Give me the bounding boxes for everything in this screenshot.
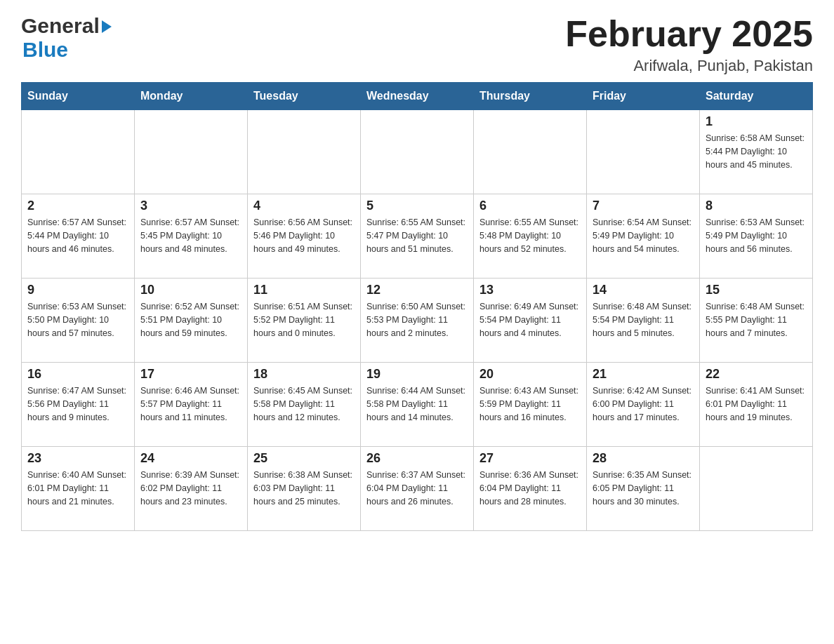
day-info: Sunrise: 6:44 AM Sunset: 5:58 PM Dayligh… bbox=[366, 384, 468, 424]
day-cell bbox=[248, 110, 361, 194]
day-number: 26 bbox=[366, 451, 468, 466]
day-info: Sunrise: 6:36 AM Sunset: 6:04 PM Dayligh… bbox=[479, 469, 581, 508]
day-info: Sunrise: 6:35 AM Sunset: 6:05 PM Dayligh… bbox=[593, 469, 694, 508]
title-block: February 2025 Arifwala, Punjab, Pakistan bbox=[565, 14, 813, 75]
day-number: 1 bbox=[706, 114, 807, 129]
page-header: General Blue February 2025 Arifwala, Pun… bbox=[21, 14, 813, 75]
day-number: 20 bbox=[479, 367, 581, 382]
day-info: Sunrise: 6:54 AM Sunset: 5:49 PM Dayligh… bbox=[593, 216, 694, 255]
day-number: 4 bbox=[253, 199, 355, 213]
day-info: Sunrise: 6:55 AM Sunset: 5:48 PM Dayligh… bbox=[479, 216, 581, 255]
weekday-header-sunday: Sunday bbox=[22, 83, 135, 110]
weekday-header-tuesday: Tuesday bbox=[248, 83, 361, 110]
day-number: 12 bbox=[366, 283, 468, 297]
day-number: 19 bbox=[366, 367, 468, 382]
day-number: 8 bbox=[706, 199, 807, 213]
logo-general-text: General bbox=[21, 14, 100, 38]
day-number: 21 bbox=[593, 367, 694, 382]
day-info: Sunrise: 6:49 AM Sunset: 5:54 PM Dayligh… bbox=[479, 300, 581, 340]
day-number: 2 bbox=[27, 199, 128, 213]
calendar-table: SundayMondayTuesdayWednesdayThursdayFrid… bbox=[21, 82, 813, 531]
day-cell bbox=[361, 110, 474, 194]
day-cell: 6Sunrise: 6:55 AM Sunset: 5:48 PM Daylig… bbox=[474, 194, 587, 279]
day-info: Sunrise: 6:37 AM Sunset: 6:04 PM Dayligh… bbox=[366, 469, 468, 508]
day-cell: 26Sunrise: 6:37 AM Sunset: 6:04 PM Dayli… bbox=[361, 447, 474, 531]
day-cell: 4Sunrise: 6:56 AM Sunset: 5:46 PM Daylig… bbox=[248, 194, 361, 279]
day-cell: 3Sunrise: 6:57 AM Sunset: 5:45 PM Daylig… bbox=[135, 194, 248, 279]
day-cell: 12Sunrise: 6:50 AM Sunset: 5:53 PM Dayli… bbox=[361, 279, 474, 363]
day-cell: 28Sunrise: 6:35 AM Sunset: 6:05 PM Dayli… bbox=[587, 447, 700, 531]
day-number: 11 bbox=[253, 283, 355, 297]
day-cell: 18Sunrise: 6:45 AM Sunset: 5:58 PM Dayli… bbox=[248, 363, 361, 447]
header-row: SundayMondayTuesdayWednesdayThursdayFrid… bbox=[22, 83, 813, 110]
day-info: Sunrise: 6:58 AM Sunset: 5:44 PM Dayligh… bbox=[706, 132, 807, 171]
day-cell: 21Sunrise: 6:42 AM Sunset: 6:00 PM Dayli… bbox=[587, 363, 700, 447]
day-cell: 9Sunrise: 6:53 AM Sunset: 5:50 PM Daylig… bbox=[22, 279, 135, 363]
day-number: 17 bbox=[140, 367, 241, 382]
day-number: 9 bbox=[27, 283, 128, 297]
day-cell: 20Sunrise: 6:43 AM Sunset: 5:59 PM Dayli… bbox=[474, 363, 587, 447]
day-cell: 22Sunrise: 6:41 AM Sunset: 6:01 PM Dayli… bbox=[700, 363, 813, 447]
day-info: Sunrise: 6:41 AM Sunset: 6:01 PM Dayligh… bbox=[706, 384, 807, 424]
day-info: Sunrise: 6:43 AM Sunset: 5:59 PM Dayligh… bbox=[479, 384, 581, 424]
day-number: 5 bbox=[366, 199, 468, 213]
day-number: 15 bbox=[706, 283, 807, 297]
day-cell: 1Sunrise: 6:58 AM Sunset: 5:44 PM Daylig… bbox=[700, 110, 813, 194]
day-info: Sunrise: 6:47 AM Sunset: 5:56 PM Dayligh… bbox=[27, 384, 128, 424]
day-info: Sunrise: 6:51 AM Sunset: 5:52 PM Dayligh… bbox=[253, 300, 355, 340]
day-info: Sunrise: 6:38 AM Sunset: 6:03 PM Dayligh… bbox=[253, 469, 355, 508]
day-number: 25 bbox=[253, 451, 355, 466]
weekday-header-friday: Friday bbox=[587, 83, 700, 110]
day-info: Sunrise: 6:48 AM Sunset: 5:54 PM Dayligh… bbox=[593, 300, 694, 340]
day-info: Sunrise: 6:53 AM Sunset: 5:50 PM Dayligh… bbox=[27, 300, 128, 340]
day-cell bbox=[700, 447, 813, 531]
day-number: 3 bbox=[140, 199, 241, 213]
weekday-header-monday: Monday bbox=[135, 83, 248, 110]
day-number: 22 bbox=[706, 367, 807, 382]
day-cell: 8Sunrise: 6:53 AM Sunset: 5:49 PM Daylig… bbox=[700, 194, 813, 279]
week-row-5: 23Sunrise: 6:40 AM Sunset: 6:01 PM Dayli… bbox=[22, 447, 813, 531]
day-info: Sunrise: 6:46 AM Sunset: 5:57 PM Dayligh… bbox=[140, 384, 241, 424]
logo-arrow-icon bbox=[102, 20, 112, 33]
week-row-3: 9Sunrise: 6:53 AM Sunset: 5:50 PM Daylig… bbox=[22, 279, 813, 363]
day-cell: 17Sunrise: 6:46 AM Sunset: 5:57 PM Dayli… bbox=[135, 363, 248, 447]
day-cell: 15Sunrise: 6:48 AM Sunset: 5:55 PM Dayli… bbox=[700, 279, 813, 363]
day-info: Sunrise: 6:53 AM Sunset: 5:49 PM Dayligh… bbox=[706, 216, 807, 255]
day-info: Sunrise: 6:56 AM Sunset: 5:46 PM Dayligh… bbox=[253, 216, 355, 255]
day-number: 24 bbox=[140, 451, 241, 466]
day-number: 28 bbox=[593, 451, 694, 466]
week-row-1: 1Sunrise: 6:58 AM Sunset: 5:44 PM Daylig… bbox=[22, 110, 813, 194]
logo: General Blue bbox=[21, 14, 112, 62]
day-cell bbox=[474, 110, 587, 194]
day-info: Sunrise: 6:57 AM Sunset: 5:45 PM Dayligh… bbox=[140, 216, 241, 255]
day-number: 27 bbox=[479, 451, 581, 466]
day-info: Sunrise: 6:42 AM Sunset: 6:00 PM Dayligh… bbox=[593, 384, 694, 424]
day-cell bbox=[22, 110, 135, 194]
weekday-header-wednesday: Wednesday bbox=[361, 83, 474, 110]
day-number: 18 bbox=[253, 367, 355, 382]
week-row-2: 2Sunrise: 6:57 AM Sunset: 5:44 PM Daylig… bbox=[22, 194, 813, 279]
day-number: 23 bbox=[27, 451, 128, 466]
day-cell: 11Sunrise: 6:51 AM Sunset: 5:52 PM Dayli… bbox=[248, 279, 361, 363]
day-cell: 23Sunrise: 6:40 AM Sunset: 6:01 PM Dayli… bbox=[22, 447, 135, 531]
day-number: 13 bbox=[479, 283, 581, 297]
day-cell: 2Sunrise: 6:57 AM Sunset: 5:44 PM Daylig… bbox=[22, 194, 135, 279]
calendar-subtitle: Arifwala, Punjab, Pakistan bbox=[565, 57, 813, 75]
day-cell bbox=[587, 110, 700, 194]
day-number: 14 bbox=[593, 283, 694, 297]
day-cell bbox=[135, 110, 248, 194]
day-number: 6 bbox=[479, 199, 581, 213]
day-cell: 10Sunrise: 6:52 AM Sunset: 5:51 PM Dayli… bbox=[135, 279, 248, 363]
weekday-header-thursday: Thursday bbox=[474, 83, 587, 110]
day-cell: 16Sunrise: 6:47 AM Sunset: 5:56 PM Dayli… bbox=[22, 363, 135, 447]
day-cell: 19Sunrise: 6:44 AM Sunset: 5:58 PM Dayli… bbox=[361, 363, 474, 447]
weekday-header-saturday: Saturday bbox=[700, 83, 813, 110]
day-info: Sunrise: 6:55 AM Sunset: 5:47 PM Dayligh… bbox=[366, 216, 468, 255]
day-cell: 5Sunrise: 6:55 AM Sunset: 5:47 PM Daylig… bbox=[361, 194, 474, 279]
day-info: Sunrise: 6:50 AM Sunset: 5:53 PM Dayligh… bbox=[366, 300, 468, 340]
day-cell: 14Sunrise: 6:48 AM Sunset: 5:54 PM Dayli… bbox=[587, 279, 700, 363]
day-cell: 24Sunrise: 6:39 AM Sunset: 6:02 PM Dayli… bbox=[135, 447, 248, 531]
day-cell: 25Sunrise: 6:38 AM Sunset: 6:03 PM Dayli… bbox=[248, 447, 361, 531]
week-row-4: 16Sunrise: 6:47 AM Sunset: 5:56 PM Dayli… bbox=[22, 363, 813, 447]
day-info: Sunrise: 6:52 AM Sunset: 5:51 PM Dayligh… bbox=[140, 300, 241, 340]
